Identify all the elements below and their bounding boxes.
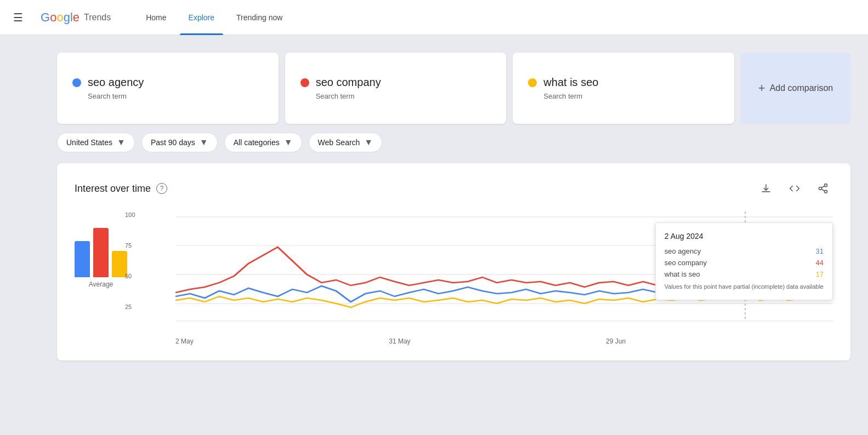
- region-filter[interactable]: United States ▼: [57, 133, 135, 152]
- tooltip-date: 2 Aug 2024: [665, 232, 824, 241]
- term-type-seo-agency: Search term: [88, 92, 263, 100]
- plus-icon: +: [758, 81, 765, 95]
- search-term-cards: seo agency Search term seo company Searc…: [57, 53, 850, 124]
- search-type-filter[interactable]: Web Search ▼: [309, 133, 383, 152]
- svg-line-3: [821, 189, 825, 191]
- svg-point-1: [819, 187, 822, 190]
- filters-row: United States ▼ Past 90 days ▼ All categ…: [57, 133, 850, 152]
- term-dot-seo-agency: [72, 78, 81, 87]
- chart-actions: [756, 179, 833, 198]
- left-sidebar: [0, 44, 39, 435]
- chart-title: Interest over time: [75, 183, 151, 194]
- region-filter-label: United States: [66, 138, 112, 147]
- tooltip-value-what-is-seo: 17: [816, 270, 824, 278]
- embed-button[interactable]: [785, 179, 804, 198]
- tooltip-row-seo-agency: seo agency 31: [665, 247, 824, 255]
- add-comparison-button[interactable]: + Add comparison: [741, 53, 850, 124]
- chart-title-area: Interest over time ?: [75, 183, 167, 194]
- trends-wordmark: Trends: [84, 13, 111, 22]
- hamburger-menu[interactable]: ☰: [13, 11, 23, 24]
- term-card-seo-agency[interactable]: seo agency Search term: [57, 53, 279, 124]
- nav-explore[interactable]: Explore: [180, 0, 223, 35]
- average-bar-chart-area: Average: [75, 211, 127, 288]
- add-comparison-label: Add comparison: [770, 83, 833, 93]
- download-button[interactable]: [756, 179, 776, 198]
- term-dot-seo-company: [300, 78, 309, 87]
- term-card-seo-company[interactable]: seo company Search term: [285, 53, 507, 124]
- x-axis-labels: 2 May 31 May 29 Jun Aug: [175, 334, 833, 345]
- category-filter-label: All categories: [234, 138, 280, 147]
- category-filter[interactable]: All categories ▼: [224, 133, 302, 152]
- tooltip-term-seo-company: seo company: [665, 259, 707, 267]
- period-filter-label: Past 90 days: [151, 138, 195, 147]
- search-type-chevron-icon: ▼: [364, 138, 373, 147]
- tooltip-value-seo-company: 44: [816, 259, 824, 267]
- y-label-50: 50: [125, 273, 135, 279]
- chart-section: Interest over time ?: [57, 163, 850, 360]
- tooltip-term-seo-agency: seo agency: [665, 247, 701, 255]
- tooltip-row-what-is-seo: what is seo 17: [665, 270, 824, 278]
- svg-line-4: [821, 186, 825, 187]
- x-label-may2: 2 May: [175, 337, 194, 345]
- nav-trending[interactable]: Trending now: [228, 0, 291, 35]
- term-dot-what-is-seo: [528, 78, 537, 87]
- y-label-75: 75: [125, 242, 135, 249]
- google-wordmark: Google: [41, 10, 80, 25]
- chart-tooltip: 2 Aug 2024 seo agency 31 seo company 44: [655, 222, 833, 300]
- period-chevron-icon: ▼: [200, 138, 208, 147]
- average-bar-chart: [75, 211, 127, 277]
- category-chevron-icon: ▼: [284, 138, 293, 147]
- bar-seo-agency: [75, 241, 90, 277]
- bar-seo-company: [93, 228, 109, 277]
- x-label-may31: 31 May: [389, 337, 410, 345]
- share-button[interactable]: [813, 179, 833, 198]
- nav-home[interactable]: Home: [137, 0, 175, 35]
- term-name-seo-company: seo company: [316, 76, 381, 89]
- y-label-100: 100: [125, 211, 135, 218]
- average-label: Average: [89, 281, 113, 288]
- region-chevron-icon: ▼: [117, 138, 126, 147]
- x-label-jun29: 29 Jun: [606, 337, 626, 345]
- logo: Google Trends: [41, 10, 111, 25]
- svg-point-0: [825, 184, 827, 187]
- svg-point-2: [825, 190, 827, 193]
- main-nav: Home Explore Trending now: [137, 0, 291, 35]
- tooltip-note: Values for this point have partial (inco…: [665, 283, 824, 291]
- y-label-25: 25: [125, 304, 135, 310]
- term-name-seo-agency: seo agency: [88, 76, 144, 89]
- tooltip-row-seo-company: seo company 44: [665, 259, 824, 267]
- tooltip-term-what-is-seo: what is seo: [665, 270, 700, 278]
- term-card-what-is-seo[interactable]: what is seo Search term: [513, 53, 734, 124]
- help-icon[interactable]: ?: [156, 183, 167, 194]
- term-type-seo-company: Search term: [316, 92, 491, 100]
- y-axis-labels: 100 75 50 25: [125, 211, 135, 334]
- chart-header: Interest over time ?: [75, 179, 833, 198]
- term-type-what-is-seo: Search term: [543, 92, 719, 100]
- line-chart-wrapper: 100 75 50 25: [149, 211, 833, 345]
- header: ☰ Google Trends Home Explore Trending no…: [0, 0, 868, 35]
- period-filter[interactable]: Past 90 days ▼: [141, 133, 218, 152]
- term-name-what-is-seo: what is seo: [543, 76, 598, 89]
- search-type-filter-label: Web Search: [318, 138, 360, 147]
- tooltip-value-seo-agency: 31: [816, 247, 824, 255]
